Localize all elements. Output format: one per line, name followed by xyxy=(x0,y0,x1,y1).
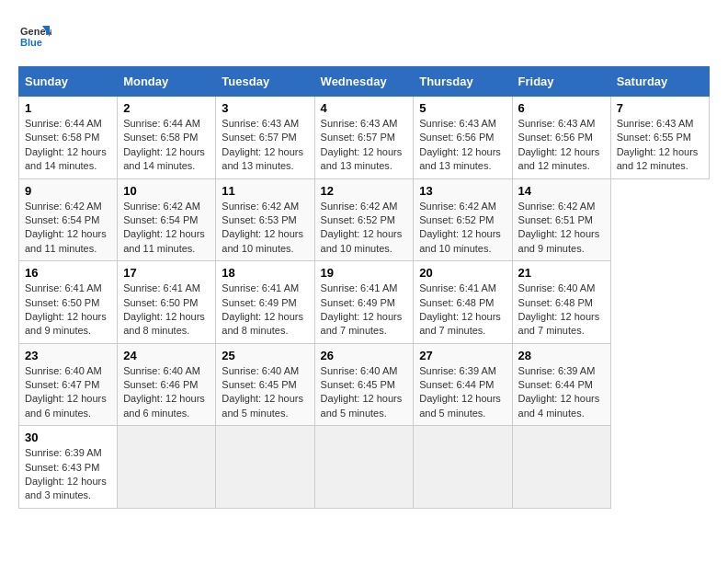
day-detail: Sunrise: 6:43 AMSunset: 6:57 PMDaylight:… xyxy=(321,117,408,174)
day-number: 16 xyxy=(25,266,111,280)
day-detail: Sunrise: 6:42 AMSunset: 6:52 PMDaylight:… xyxy=(321,200,408,257)
day-detail: Sunrise: 6:40 AMSunset: 6:48 PMDaylight:… xyxy=(518,282,605,339)
week-row-1: 1Sunrise: 6:44 AMSunset: 6:58 PMDaylight… xyxy=(19,97,710,179)
day-detail: Sunrise: 6:44 AMSunset: 6:58 PMDaylight:… xyxy=(123,117,210,174)
calendar-cell: 17Sunrise: 6:41 AMSunset: 6:50 PMDayligh… xyxy=(118,261,216,344)
calendar-cell: 5Sunrise: 6:43 AMSunset: 6:56 PMDaylight… xyxy=(414,97,512,179)
day-detail: Sunrise: 6:40 AMSunset: 6:45 PMDaylight:… xyxy=(321,364,408,421)
week-row-2: 9Sunrise: 6:42 AMSunset: 6:54 PMDaylight… xyxy=(19,178,710,261)
day-number: 11 xyxy=(222,184,308,198)
day-number: 3 xyxy=(222,101,308,115)
day-number: 13 xyxy=(419,184,506,198)
day-detail: Sunrise: 6:40 AMSunset: 6:46 PMDaylight:… xyxy=(123,364,210,421)
calendar-cell: 20Sunrise: 6:41 AMSunset: 6:48 PMDayligh… xyxy=(414,261,512,344)
logo: General Blue xyxy=(18,18,51,52)
day-detail: Sunrise: 6:41 AMSunset: 6:50 PMDaylight:… xyxy=(25,282,111,339)
calendar-header-row: SundayMondayTuesdayWednesdayThursdayFrid… xyxy=(19,67,710,97)
calendar-cell xyxy=(314,426,414,509)
calendar-cell: 3Sunrise: 6:43 AMSunset: 6:57 PMDaylight… xyxy=(216,97,314,179)
calendar-cell: 30Sunrise: 6:39 AMSunset: 6:43 PMDayligh… xyxy=(19,426,118,509)
day-number: 1 xyxy=(25,101,111,115)
day-number: 19 xyxy=(321,266,408,280)
column-header-thursday: Thursday xyxy=(414,67,512,97)
day-detail: Sunrise: 6:43 AMSunset: 6:55 PMDaylight:… xyxy=(617,117,703,174)
calendar-cell: 2Sunrise: 6:44 AMSunset: 6:58 PMDaylight… xyxy=(118,97,216,179)
calendar-cell: 27Sunrise: 6:39 AMSunset: 6:44 PMDayligh… xyxy=(414,343,512,426)
day-detail: Sunrise: 6:42 AMSunset: 6:54 PMDaylight:… xyxy=(25,200,111,257)
day-detail: Sunrise: 6:39 AMSunset: 6:44 PMDaylight:… xyxy=(419,364,506,421)
day-detail: Sunrise: 6:42 AMSunset: 6:52 PMDaylight:… xyxy=(419,200,506,257)
day-number: 20 xyxy=(419,266,506,280)
day-detail: Sunrise: 6:41 AMSunset: 6:48 PMDaylight:… xyxy=(419,282,506,339)
day-detail: Sunrise: 6:43 AMSunset: 6:56 PMDaylight:… xyxy=(419,117,506,174)
day-number: 7 xyxy=(617,101,703,115)
day-number: 26 xyxy=(321,349,408,362)
calendar-cell: 23Sunrise: 6:40 AMSunset: 6:47 PMDayligh… xyxy=(19,343,118,426)
day-number: 27 xyxy=(419,349,506,362)
column-header-wednesday: Wednesday xyxy=(314,67,414,97)
calendar-cell: 7Sunrise: 6:43 AMSunset: 6:55 PMDaylight… xyxy=(610,97,709,179)
calendar-cell: 19Sunrise: 6:41 AMSunset: 6:49 PMDayligh… xyxy=(314,261,414,344)
calendar-cell xyxy=(512,426,610,509)
calendar-cell: 10Sunrise: 6:42 AMSunset: 6:54 PMDayligh… xyxy=(118,178,216,261)
day-number: 25 xyxy=(222,349,308,362)
day-number: 10 xyxy=(123,184,210,198)
calendar-cell: 25Sunrise: 6:40 AMSunset: 6:45 PMDayligh… xyxy=(216,343,314,426)
day-number: 21 xyxy=(518,266,605,280)
day-detail: Sunrise: 6:40 AMSunset: 6:47 PMDaylight:… xyxy=(25,364,111,421)
calendar-cell: 9Sunrise: 6:42 AMSunset: 6:54 PMDaylight… xyxy=(19,178,118,261)
column-header-tuesday: Tuesday xyxy=(216,67,314,97)
week-row-3: 16Sunrise: 6:41 AMSunset: 6:50 PMDayligh… xyxy=(19,261,710,344)
column-header-monday: Monday xyxy=(118,67,216,97)
calendar-cell: 28Sunrise: 6:39 AMSunset: 6:44 PMDayligh… xyxy=(512,343,610,426)
calendar-cell: 14Sunrise: 6:42 AMSunset: 6:51 PMDayligh… xyxy=(512,178,610,261)
calendar-body: 1Sunrise: 6:44 AMSunset: 6:58 PMDaylight… xyxy=(19,97,710,509)
column-header-saturday: Saturday xyxy=(610,67,709,97)
calendar-cell: 18Sunrise: 6:41 AMSunset: 6:49 PMDayligh… xyxy=(216,261,314,344)
calendar-cell: 1Sunrise: 6:44 AMSunset: 6:58 PMDaylight… xyxy=(19,97,118,179)
day-number: 18 xyxy=(222,266,308,280)
column-header-friday: Friday xyxy=(512,67,610,97)
logo-icon: General Blue xyxy=(18,18,51,52)
day-detail: Sunrise: 6:41 AMSunset: 6:49 PMDaylight:… xyxy=(222,282,308,339)
day-detail: Sunrise: 6:40 AMSunset: 6:45 PMDaylight:… xyxy=(222,364,308,421)
day-number: 24 xyxy=(123,349,210,362)
day-number: 30 xyxy=(25,431,111,444)
calendar-cell: 13Sunrise: 6:42 AMSunset: 6:52 PMDayligh… xyxy=(414,178,512,261)
calendar: SundayMondayTuesdayWednesdayThursdayFrid… xyxy=(18,66,710,509)
week-row-4: 23Sunrise: 6:40 AMSunset: 6:47 PMDayligh… xyxy=(19,343,710,426)
day-detail: Sunrise: 6:42 AMSunset: 6:51 PMDaylight:… xyxy=(518,200,605,257)
calendar-cell: 24Sunrise: 6:40 AMSunset: 6:46 PMDayligh… xyxy=(118,343,216,426)
day-detail: Sunrise: 6:43 AMSunset: 6:56 PMDaylight:… xyxy=(518,117,605,174)
day-detail: Sunrise: 6:42 AMSunset: 6:54 PMDaylight:… xyxy=(123,200,210,257)
day-detail: Sunrise: 6:41 AMSunset: 6:50 PMDaylight:… xyxy=(123,282,210,339)
day-number: 5 xyxy=(419,101,506,115)
calendar-cell: 16Sunrise: 6:41 AMSunset: 6:50 PMDayligh… xyxy=(19,261,118,344)
calendar-cell: 6Sunrise: 6:43 AMSunset: 6:56 PMDaylight… xyxy=(512,97,610,179)
calendar-cell xyxy=(414,426,512,509)
header: General Blue xyxy=(18,18,710,52)
day-detail: Sunrise: 6:39 AMSunset: 6:44 PMDaylight:… xyxy=(518,364,605,421)
day-number: 17 xyxy=(123,266,210,280)
day-number: 12 xyxy=(321,184,408,198)
day-number: 2 xyxy=(123,101,210,115)
svg-text:Blue: Blue xyxy=(20,37,42,48)
calendar-cell: 11Sunrise: 6:42 AMSunset: 6:53 PMDayligh… xyxy=(216,178,314,261)
day-number: 4 xyxy=(321,101,408,115)
calendar-cell: 26Sunrise: 6:40 AMSunset: 6:45 PMDayligh… xyxy=(314,343,414,426)
day-number: 28 xyxy=(518,349,605,362)
day-detail: Sunrise: 6:41 AMSunset: 6:49 PMDaylight:… xyxy=(321,282,408,339)
day-number: 9 xyxy=(25,184,111,198)
column-header-sunday: Sunday xyxy=(19,67,118,97)
calendar-cell: 4Sunrise: 6:43 AMSunset: 6:57 PMDaylight… xyxy=(314,97,414,179)
day-number: 14 xyxy=(518,184,605,198)
calendar-cell xyxy=(118,426,216,509)
calendar-cell: 12Sunrise: 6:42 AMSunset: 6:52 PMDayligh… xyxy=(314,178,414,261)
day-detail: Sunrise: 6:44 AMSunset: 6:58 PMDaylight:… xyxy=(25,117,111,174)
day-detail: Sunrise: 6:39 AMSunset: 6:43 PMDaylight:… xyxy=(25,446,111,503)
day-detail: Sunrise: 6:43 AMSunset: 6:57 PMDaylight:… xyxy=(222,117,308,174)
day-number: 23 xyxy=(25,349,111,362)
calendar-cell: 21Sunrise: 6:40 AMSunset: 6:48 PMDayligh… xyxy=(512,261,610,344)
day-number: 6 xyxy=(518,101,605,115)
calendar-cell xyxy=(216,426,314,509)
